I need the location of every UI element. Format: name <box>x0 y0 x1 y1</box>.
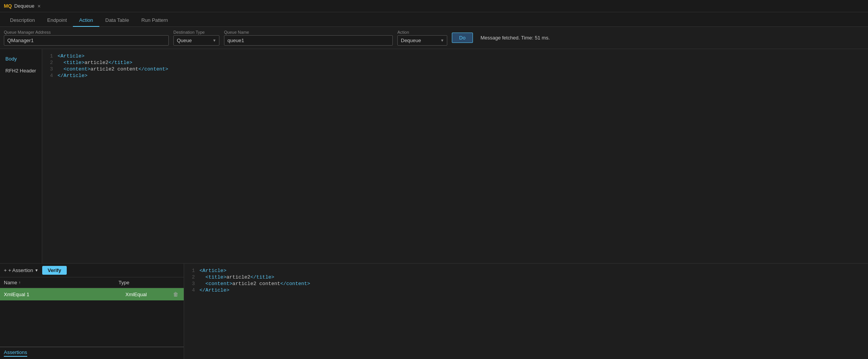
main-content: Body RFH2 Header 1<Article>2 <title>arti… <box>0 49 868 263</box>
delete-assertion-icon[interactable]: 🗑 <box>171 290 180 298</box>
column-name-label: Name <box>4 280 17 285</box>
queue-manager-field: Queue Manager Address <box>4 30 169 46</box>
close-button[interactable]: × <box>38 3 41 9</box>
assertion-row[interactable]: XmlEqual 1 XmlEqual 🗑 <box>0 288 184 300</box>
add-assertion-button[interactable]: + + Assertion ▼ <box>4 267 38 273</box>
app-prefix: MQ <box>4 3 12 9</box>
code-line: 2 <title>article2</title> <box>42 59 868 66</box>
action-select-wrapper: Dequeue Enqueue Browse ▼ <box>397 35 447 46</box>
status-text: Message fetched. Time: 51 ms. <box>481 35 550 41</box>
line-content: <title>article2</title> <box>58 60 132 66</box>
line-number: 1 <box>184 268 199 274</box>
queue-manager-label: Queue Manager Address <box>4 30 169 34</box>
code-line: 1<Article> <box>42 53 868 59</box>
line-content: <content>article2 content</content> <box>58 66 168 72</box>
code-line: 4</Article> <box>42 72 868 79</box>
tab-runpattern[interactable]: Run Pattern <box>135 14 174 27</box>
assertion-name-value: XmlEqual 1 <box>4 292 125 297</box>
queue-manager-input[interactable] <box>4 35 169 46</box>
line-number: 4 <box>42 73 58 79</box>
line-content: <content>article2 content</content> <box>199 281 310 287</box>
sort-icon: ↑ <box>19 280 21 285</box>
code-line: 4</Article> <box>184 287 868 293</box>
assertions-table: Name ↑ Type XmlEqual 1 XmlEqual 🗑 <box>0 277 184 347</box>
line-content: </Article> <box>58 73 87 79</box>
verify-button[interactable]: Verify <box>42 266 66 275</box>
assertions-tab-label[interactable]: Assertions <box>4 349 27 357</box>
body-tab-body[interactable]: Body <box>0 53 42 65</box>
tab-datatable[interactable]: Data Table <box>99 14 135 27</box>
destination-type-wrapper: Queue Topic ▼ <box>173 35 219 46</box>
plus-icon: + <box>4 267 7 273</box>
queue-name-label: Queue Name <box>224 30 393 34</box>
line-number: 4 <box>184 287 199 293</box>
line-number: 3 <box>184 281 199 287</box>
destination-type-select[interactable]: Queue Topic <box>173 35 219 46</box>
code-editor[interactable]: 1<Article>2 <title>article2</title>3 <co… <box>42 49 868 263</box>
queue-name-input[interactable] <box>224 35 393 46</box>
code-line: 1<Article> <box>184 267 868 274</box>
tab-action[interactable]: Action <box>73 14 99 27</box>
queue-name-field: Queue Name <box>224 30 393 46</box>
line-number: 3 <box>42 66 58 72</box>
line-content: </Article> <box>199 287 229 293</box>
assertion-type-value: XmlEqual <box>125 292 171 297</box>
assertions-table-header: Name ↑ Type <box>0 277 184 288</box>
code-line: 2 <title>article2</title> <box>184 274 868 280</box>
do-button[interactable]: Do <box>452 33 473 43</box>
code-line: 3 <content>article2 content</content> <box>42 66 868 72</box>
bottom-tab-bar: Assertions <box>0 347 184 359</box>
body-tab-rfh2[interactable]: RFH2 Header <box>0 65 42 77</box>
action-label: Action <box>397 30 447 34</box>
column-header-name[interactable]: Name ↑ <box>4 280 119 285</box>
body-sidebar: Body RFH2 Header <box>0 49 42 263</box>
tab-title: Dequeue <box>14 3 35 9</box>
assertions-panel: + + Assertion ▼ Verify Name ↑ Type XmlEq… <box>0 264 184 359</box>
toolbar-row: Queue Manager Address Destination Type Q… <box>0 27 868 49</box>
assertions-code-panel[interactable]: 1<Article>2 <title>article2</title>3 <co… <box>184 264 868 359</box>
column-header-type[interactable]: Type <box>119 280 180 285</box>
line-content: <title>article2</title> <box>199 274 274 280</box>
destination-type-field: Destination Type Queue Topic ▼ <box>173 30 219 46</box>
tab-bar: Description Endpoint Action Data Table R… <box>0 12 868 27</box>
line-number: 1 <box>42 53 58 59</box>
line-content: <Article> <box>58 53 84 59</box>
tab-description[interactable]: Description <box>4 14 41 27</box>
chevron-down-icon: ▼ <box>35 268 38 272</box>
action-select[interactable]: Dequeue Enqueue Browse <box>397 35 447 46</box>
bottom-panel: + + Assertion ▼ Verify Name ↑ Type XmlEq… <box>0 263 868 359</box>
assertions-toolbar: + + Assertion ▼ Verify <box>0 264 184 277</box>
tab-endpoint[interactable]: Endpoint <box>41 14 73 27</box>
action-field: Action Dequeue Enqueue Browse ▼ <box>397 30 447 46</box>
code-line: 3 <content>article2 content</content> <box>184 280 868 287</box>
line-number: 2 <box>42 60 58 66</box>
destination-type-label: Destination Type <box>173 30 219 34</box>
add-assertion-label: + Assertion <box>8 267 33 273</box>
line-content: <Article> <box>199 268 226 274</box>
title-bar: MQ Dequeue × <box>0 0 868 12</box>
line-number: 2 <box>184 274 199 280</box>
